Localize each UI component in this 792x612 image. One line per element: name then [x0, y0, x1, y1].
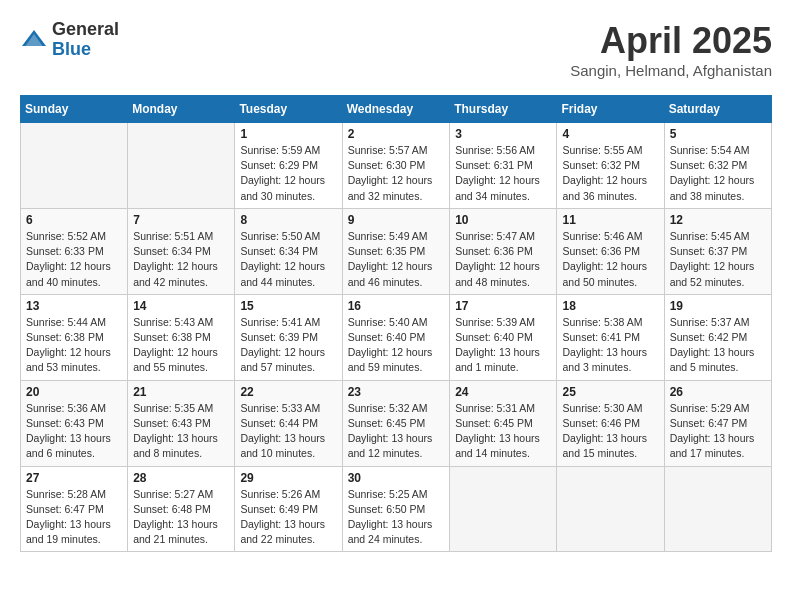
day-number: 12 — [670, 213, 766, 227]
calendar-day-cell: 8Sunrise: 5:50 AMSunset: 6:34 PMDaylight… — [235, 208, 342, 294]
title-block: April 2025 Sangin, Helmand, Afghanistan — [570, 20, 772, 79]
day-number: 19 — [670, 299, 766, 313]
day-number: 1 — [240, 127, 336, 141]
day-number: 16 — [348, 299, 445, 313]
calendar-day-cell: 17Sunrise: 5:39 AMSunset: 6:40 PMDayligh… — [450, 294, 557, 380]
day-info: Sunrise: 5:45 AMSunset: 6:37 PMDaylight:… — [670, 229, 766, 290]
logo-blue-text: Blue — [52, 40, 119, 60]
day-number: 22 — [240, 385, 336, 399]
logo: General Blue — [20, 20, 119, 60]
day-info: Sunrise: 5:52 AMSunset: 6:33 PMDaylight:… — [26, 229, 122, 290]
calendar-day-cell: 3Sunrise: 5:56 AMSunset: 6:31 PMDaylight… — [450, 123, 557, 209]
day-info: Sunrise: 5:37 AMSunset: 6:42 PMDaylight:… — [670, 315, 766, 376]
day-info: Sunrise: 5:55 AMSunset: 6:32 PMDaylight:… — [562, 143, 658, 204]
day-info: Sunrise: 5:36 AMSunset: 6:43 PMDaylight:… — [26, 401, 122, 462]
calendar-day-cell: 27Sunrise: 5:28 AMSunset: 6:47 PMDayligh… — [21, 466, 128, 552]
logo-general-text: General — [52, 20, 119, 40]
day-number: 6 — [26, 213, 122, 227]
day-number: 20 — [26, 385, 122, 399]
calendar-day-cell: 13Sunrise: 5:44 AMSunset: 6:38 PMDayligh… — [21, 294, 128, 380]
calendar-day-cell: 10Sunrise: 5:47 AMSunset: 6:36 PMDayligh… — [450, 208, 557, 294]
day-number: 8 — [240, 213, 336, 227]
day-number: 30 — [348, 471, 445, 485]
calendar-day-cell: 24Sunrise: 5:31 AMSunset: 6:45 PMDayligh… — [450, 380, 557, 466]
calendar-day-cell: 6Sunrise: 5:52 AMSunset: 6:33 PMDaylight… — [21, 208, 128, 294]
day-info: Sunrise: 5:50 AMSunset: 6:34 PMDaylight:… — [240, 229, 336, 290]
calendar-day-cell: 2Sunrise: 5:57 AMSunset: 6:30 PMDaylight… — [342, 123, 450, 209]
calendar-header-cell: Friday — [557, 96, 664, 123]
calendar-day-cell: 20Sunrise: 5:36 AMSunset: 6:43 PMDayligh… — [21, 380, 128, 466]
calendar-week-row: 20Sunrise: 5:36 AMSunset: 6:43 PMDayligh… — [21, 380, 772, 466]
calendar-day-cell: 15Sunrise: 5:41 AMSunset: 6:39 PMDayligh… — [235, 294, 342, 380]
calendar-day-cell: 18Sunrise: 5:38 AMSunset: 6:41 PMDayligh… — [557, 294, 664, 380]
calendar-day-cell: 7Sunrise: 5:51 AMSunset: 6:34 PMDaylight… — [128, 208, 235, 294]
calendar-week-row: 27Sunrise: 5:28 AMSunset: 6:47 PMDayligh… — [21, 466, 772, 552]
calendar-day-cell: 30Sunrise: 5:25 AMSunset: 6:50 PMDayligh… — [342, 466, 450, 552]
day-info: Sunrise: 5:32 AMSunset: 6:45 PMDaylight:… — [348, 401, 445, 462]
page-header: General Blue April 2025 Sangin, Helmand,… — [20, 20, 772, 79]
day-number: 2 — [348, 127, 445, 141]
day-number: 28 — [133, 471, 229, 485]
calendar-day-cell: 21Sunrise: 5:35 AMSunset: 6:43 PMDayligh… — [128, 380, 235, 466]
calendar-header-cell: Wednesday — [342, 96, 450, 123]
calendar-day-cell: 16Sunrise: 5:40 AMSunset: 6:40 PMDayligh… — [342, 294, 450, 380]
day-info: Sunrise: 5:49 AMSunset: 6:35 PMDaylight:… — [348, 229, 445, 290]
day-number: 11 — [562, 213, 658, 227]
day-number: 13 — [26, 299, 122, 313]
day-info: Sunrise: 5:35 AMSunset: 6:43 PMDaylight:… — [133, 401, 229, 462]
calendar-day-cell — [21, 123, 128, 209]
day-info: Sunrise: 5:40 AMSunset: 6:40 PMDaylight:… — [348, 315, 445, 376]
day-number: 3 — [455, 127, 551, 141]
day-number: 25 — [562, 385, 658, 399]
day-info: Sunrise: 5:30 AMSunset: 6:46 PMDaylight:… — [562, 401, 658, 462]
calendar-week-row: 13Sunrise: 5:44 AMSunset: 6:38 PMDayligh… — [21, 294, 772, 380]
day-number: 17 — [455, 299, 551, 313]
day-number: 27 — [26, 471, 122, 485]
calendar-header-cell: Thursday — [450, 96, 557, 123]
day-info: Sunrise: 5:31 AMSunset: 6:45 PMDaylight:… — [455, 401, 551, 462]
calendar-header-cell: Tuesday — [235, 96, 342, 123]
day-info: Sunrise: 5:51 AMSunset: 6:34 PMDaylight:… — [133, 229, 229, 290]
calendar-week-row: 1Sunrise: 5:59 AMSunset: 6:29 PMDaylight… — [21, 123, 772, 209]
calendar-day-cell — [557, 466, 664, 552]
calendar-table: SundayMondayTuesdayWednesdayThursdayFrid… — [20, 95, 772, 552]
day-info: Sunrise: 5:57 AMSunset: 6:30 PMDaylight:… — [348, 143, 445, 204]
day-info: Sunrise: 5:54 AMSunset: 6:32 PMDaylight:… — [670, 143, 766, 204]
calendar-day-cell: 23Sunrise: 5:32 AMSunset: 6:45 PMDayligh… — [342, 380, 450, 466]
day-info: Sunrise: 5:27 AMSunset: 6:48 PMDaylight:… — [133, 487, 229, 548]
day-number: 10 — [455, 213, 551, 227]
day-info: Sunrise: 5:43 AMSunset: 6:38 PMDaylight:… — [133, 315, 229, 376]
calendar-header-cell: Sunday — [21, 96, 128, 123]
day-number: 18 — [562, 299, 658, 313]
calendar-day-cell: 9Sunrise: 5:49 AMSunset: 6:35 PMDaylight… — [342, 208, 450, 294]
day-info: Sunrise: 5:41 AMSunset: 6:39 PMDaylight:… — [240, 315, 336, 376]
day-info: Sunrise: 5:46 AMSunset: 6:36 PMDaylight:… — [562, 229, 658, 290]
day-info: Sunrise: 5:29 AMSunset: 6:47 PMDaylight:… — [670, 401, 766, 462]
logo-icon — [20, 26, 48, 54]
day-info: Sunrise: 5:59 AMSunset: 6:29 PMDaylight:… — [240, 143, 336, 204]
day-info: Sunrise: 5:44 AMSunset: 6:38 PMDaylight:… — [26, 315, 122, 376]
day-number: 9 — [348, 213, 445, 227]
day-info: Sunrise: 5:26 AMSunset: 6:49 PMDaylight:… — [240, 487, 336, 548]
calendar-day-cell: 25Sunrise: 5:30 AMSunset: 6:46 PMDayligh… — [557, 380, 664, 466]
calendar-day-cell: 1Sunrise: 5:59 AMSunset: 6:29 PMDaylight… — [235, 123, 342, 209]
day-info: Sunrise: 5:28 AMSunset: 6:47 PMDaylight:… — [26, 487, 122, 548]
calendar-day-cell — [128, 123, 235, 209]
day-number: 21 — [133, 385, 229, 399]
day-info: Sunrise: 5:33 AMSunset: 6:44 PMDaylight:… — [240, 401, 336, 462]
day-info: Sunrise: 5:47 AMSunset: 6:36 PMDaylight:… — [455, 229, 551, 290]
day-info: Sunrise: 5:56 AMSunset: 6:31 PMDaylight:… — [455, 143, 551, 204]
calendar-header-cell: Saturday — [664, 96, 771, 123]
calendar-day-cell: 11Sunrise: 5:46 AMSunset: 6:36 PMDayligh… — [557, 208, 664, 294]
day-info: Sunrise: 5:38 AMSunset: 6:41 PMDaylight:… — [562, 315, 658, 376]
calendar-day-cell: 19Sunrise: 5:37 AMSunset: 6:42 PMDayligh… — [664, 294, 771, 380]
day-info: Sunrise: 5:25 AMSunset: 6:50 PMDaylight:… — [348, 487, 445, 548]
day-number: 7 — [133, 213, 229, 227]
calendar-subtitle: Sangin, Helmand, Afghanistan — [570, 62, 772, 79]
day-number: 5 — [670, 127, 766, 141]
calendar-body: 1Sunrise: 5:59 AMSunset: 6:29 PMDaylight… — [21, 123, 772, 552]
calendar-day-cell — [664, 466, 771, 552]
calendar-header-cell: Monday — [128, 96, 235, 123]
calendar-title: April 2025 — [570, 20, 772, 62]
day-number: 24 — [455, 385, 551, 399]
